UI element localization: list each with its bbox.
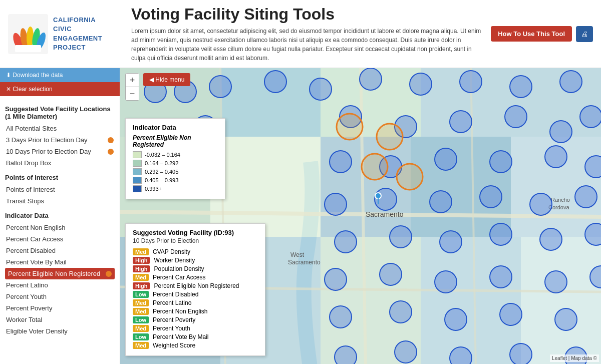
facility-metric-label: Percent Car Access <box>153 274 205 281</box>
sidebar-poi-transit[interactable]: Transit Stops <box>5 195 115 207</box>
svg-point-76 <box>445 308 467 330</box>
facility-badge-med: Med <box>133 274 149 281</box>
svg-point-75 <box>390 301 412 323</box>
sidebar-indicator-pct-car-access[interactable]: Percent Car Access <box>5 233 115 245</box>
sidebar-indicator-worker-total[interactable]: Worker Total <box>5 314 115 325</box>
svg-point-85 <box>377 124 403 150</box>
facility-metric-label: Percent Poverty <box>153 316 195 323</box>
svg-point-58 <box>430 191 452 213</box>
facility-metric-label: Worker Density <box>154 257 195 264</box>
svg-point-34 <box>209 76 231 98</box>
sidebar-toolbar: ⬇ Download the data ✕ Clear selection <box>0 68 120 96</box>
facility-metric-row: MedPercent Latino <box>133 299 258 306</box>
svg-point-82 <box>510 343 532 364</box>
map-area[interactable]: Sacramento West Sacramento Rancho Cordov… <box>120 68 601 364</box>
legend-swatch <box>133 177 142 184</box>
facility-metric-label: Percent Non English <box>153 308 207 315</box>
sidebar-indicator-pct-poverty[interactable]: Percent Poverty <box>5 302 115 314</box>
svg-point-87 <box>397 164 423 190</box>
svg-point-47 <box>505 106 527 128</box>
svg-point-80 <box>395 341 417 363</box>
svg-point-40 <box>510 76 532 98</box>
svg-point-64 <box>440 231 462 253</box>
facility-metric-row: LowPercent Disabled <box>133 291 258 298</box>
sidebar: ⬇ Download the data ✕ Clear selection Su… <box>0 68 120 364</box>
sidebar-indicator-pct-non-english[interactable]: Percent Non English <box>5 222 115 233</box>
facility-popup: Suggested Voting Facility (ID:93) 10 Day… <box>125 223 265 356</box>
facility-badge-low: Low <box>133 291 149 298</box>
sidebar-indicator-pct-latino[interactable]: Percent Latino <box>5 279 115 291</box>
indicator-items: Percent Non EnglishPercent Car AccessPer… <box>5 222 115 337</box>
sidebar-nav-10-days[interactable]: 10 Days Prior to Election Day <box>5 146 115 157</box>
zoom-out-button[interactable]: − <box>126 87 139 100</box>
svg-rect-6 <box>15 45 41 52</box>
indicator-popup-title: Indicator Data <box>133 124 218 131</box>
svg-point-38 <box>410 73 432 95</box>
clear-button[interactable]: ✕ Clear selection <box>0 82 120 96</box>
facility-metric-row: MedCVAP Density <box>133 248 258 255</box>
poi-items: Points of InterestTransit Stops <box>5 184 115 207</box>
poi-title: Points of interest <box>5 174 115 181</box>
facility-metric-label: Percent Vote By Mail <box>153 333 208 340</box>
svg-point-46 <box>450 111 472 133</box>
svg-point-49 <box>580 106 601 128</box>
facility-metric-label: Weighted Score <box>153 342 195 349</box>
svg-point-39 <box>460 71 482 93</box>
download-button[interactable]: ⬇ Download the data <box>0 68 120 82</box>
svg-point-56 <box>325 193 347 215</box>
sidebar-nav-3-days[interactable]: 3 Days Prior to Election Day <box>5 134 115 146</box>
sidebar-nav-ballot-drop[interactable]: Ballot Drop Box <box>5 157 115 169</box>
facility-popup-subtitle: 10 Days Prior to Election <box>133 237 258 244</box>
facility-metric-label: Percent Eligible Non Registered <box>154 282 239 289</box>
app-description: Lorem ipsum dolor sit amet, consectetur … <box>131 27 483 63</box>
svg-point-35 <box>264 71 286 93</box>
facility-metric-row: LowPercent Vote By Mail <box>133 333 258 340</box>
print-button[interactable]: 🖨 <box>576 26 593 42</box>
facility-badge-low: Low <box>133 316 149 323</box>
svg-rect-14 <box>321 137 411 237</box>
svg-point-59 <box>480 186 502 208</box>
facility-metric-label: Percent Youth <box>153 325 190 332</box>
svg-point-72 <box>545 271 567 293</box>
facility-metric-row: MedPercent Non English <box>133 308 258 315</box>
legend-label: 0.405 – 0.993 <box>145 177 178 183</box>
sidebar-indicator-pct-eligible[interactable]: Percent Eligible Non Registered <box>5 268 115 279</box>
facility-metric-row: HighPopulation Density <box>133 265 258 272</box>
hide-menu-button[interactable]: ◀ Hide menu <box>143 73 190 86</box>
how-to-button[interactable]: How To Use This Tool <box>491 26 572 42</box>
facility-badge-high: High <box>133 282 150 289</box>
sidebar-indicator-eligible-voter[interactable]: Eligible Voter Density <box>5 325 115 337</box>
legend-row: -0.032 – 0.164 <box>133 151 218 158</box>
facility-metric-label: Percent Disabled <box>153 291 198 298</box>
logo-icon <box>8 14 48 54</box>
sidebar-indicator-pct-vote-mail[interactable]: Percent Vote By Mail <box>5 256 115 268</box>
svg-point-36 <box>310 78 332 100</box>
sidebar-nav-all-potential[interactable]: All Potential Sites <box>5 123 115 134</box>
legend-row: 0.292 – 0.405 <box>133 168 218 175</box>
legend-row: 0.405 – 0.993 <box>133 177 218 184</box>
facility-badge-med: Med <box>133 248 149 255</box>
svg-point-71 <box>490 266 512 288</box>
facility-metric-label: Percent Latino <box>153 299 191 306</box>
legend-row: 0.993+ <box>133 185 218 192</box>
facility-popup-title: Suggested Voting Facility (ID:93) <box>133 229 258 236</box>
svg-point-68 <box>325 268 347 290</box>
legend-row: 0.164 – 0.292 <box>133 160 218 167</box>
zoom-in-button[interactable]: + <box>126 74 139 87</box>
active-dot <box>108 149 114 155</box>
facility-badge-high: High <box>133 257 150 264</box>
sidebar-indicator-pct-youth[interactable]: Percent Youth <box>5 291 115 302</box>
svg-point-60 <box>530 193 552 215</box>
header-content: Voting Facility Siting Tools Lorem ipsum… <box>123 5 491 63</box>
facility-badge-med: Med <box>133 325 149 332</box>
facility-metric-row: MedPercent Car Access <box>133 274 258 281</box>
indicator-title: Indicator Data <box>5 212 115 219</box>
legend-swatch <box>133 151 142 158</box>
facility-metric-row: MedWeighted Score <box>133 342 258 349</box>
sidebar-indicator-pct-disabled[interactable]: Percent Disabled <box>5 245 115 256</box>
svg-point-37 <box>360 68 382 90</box>
sidebar-poi-poi[interactable]: Points of Interest <box>5 184 115 195</box>
svg-point-62 <box>335 231 357 253</box>
logo-area: California Civic Engagement Project <box>8 14 123 54</box>
zoom-controls: + − <box>125 73 139 101</box>
